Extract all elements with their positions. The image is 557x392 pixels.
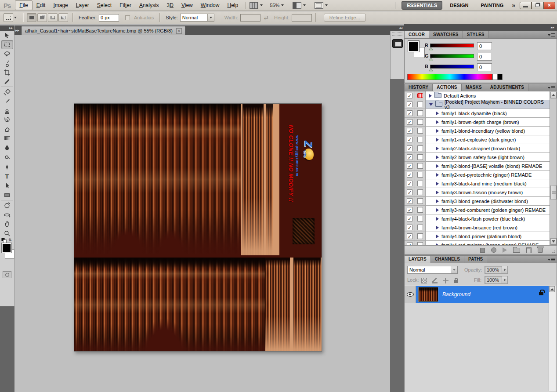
action-row[interactable]: ✓family2-black-shrapnel (brown black) <box>405 144 550 153</box>
action-row[interactable]: ✓family1-brown-depth charge (brown) <box>405 118 550 127</box>
rectangle-shape-tool[interactable] <box>1 190 13 200</box>
toggle-item-cell[interactable]: ✓ <box>405 118 415 126</box>
channel-b-value[interactable]: 0 <box>477 63 492 71</box>
toggle-item-cell[interactable]: ✓ <box>405 144 415 152</box>
dialog-toggle-cell[interactable] <box>415 206 426 214</box>
toggle-item-cell[interactable]: ✓ <box>405 197 415 205</box>
close-document-icon[interactable]: × <box>176 28 182 34</box>
toggle-item-cell[interactable]: ✓ <box>405 179 415 188</box>
dialog-toggle-cell[interactable] <box>415 188 426 196</box>
expand-icon[interactable] <box>436 217 439 221</box>
action-row[interactable]: ✓family4-brown-brisance (red brown) <box>405 223 550 232</box>
toggle-item-cell[interactable]: ✓ <box>405 127 415 135</box>
hand-tool[interactable] <box>1 219 13 229</box>
clone-stamp-tool[interactable] <box>1 106 13 115</box>
feather-input[interactable] <box>99 14 119 22</box>
expand-icon[interactable] <box>436 164 439 168</box>
action-row[interactable]: ✓family2-blond-[BASE] volatile (blond) R… <box>405 162 550 171</box>
new-action-icon[interactable] <box>526 247 532 253</box>
menu-edit[interactable]: Edit <box>33 1 50 10</box>
dialog-toggle-cell[interactable] <box>415 197 426 205</box>
menu-3d[interactable]: 3D <box>163 1 177 10</box>
expand-icon[interactable] <box>436 112 439 115</box>
panels-collapse-arrows-icon[interactable]: ▸▸ <box>404 24 557 31</box>
channel-g-slider[interactable] <box>430 54 474 58</box>
opacity-value[interactable]: 100% <box>485 266 502 274</box>
new-set-icon[interactable] <box>513 248 520 253</box>
subtract-selection-button[interactable] <box>48 13 58 22</box>
toggle-item-cell[interactable]: ✓ <box>405 206 415 214</box>
history-brush-tool[interactable] <box>1 115 13 124</box>
arrange-documents-icon[interactable] <box>293 2 301 9</box>
dialog-toggle-cell[interactable] <box>415 232 426 240</box>
menu-filter[interactable]: Filter <box>116 1 135 10</box>
dock-grip[interactable] <box>392 32 402 36</box>
toggle-item-cell[interactable]: ✓ <box>405 91 415 100</box>
actions-tab-masks[interactable]: MASKS <box>462 84 486 91</box>
rectangular-marquee-tool[interactable] <box>1 40 13 49</box>
resize-grip[interactable] <box>551 249 556 254</box>
blend-mode-dropdown[interactable]: Normal <box>407 266 451 274</box>
actions-tab-adjustments[interactable]: ADJUSTMENTS <box>486 84 528 91</box>
white-swatch[interactable] <box>492 74 497 80</box>
eraser-tool[interactable] <box>1 124 13 134</box>
chevron-down-icon[interactable] <box>325 4 328 6</box>
menu-file[interactable]: File <box>15 0 32 10</box>
antialias-checkbox[interactable] <box>125 15 130 20</box>
toggle-item-cell[interactable]: ✓ <box>405 188 415 196</box>
action-row[interactable]: ✓family3-blond-grenade (dishwater blond) <box>405 197 550 206</box>
fill-value[interactable]: 100% <box>485 276 502 284</box>
toggle-item-cell[interactable]: ✓ <box>405 223 415 232</box>
action-row[interactable]: ✓family3-red-comburent (golden ginger) R… <box>405 206 550 214</box>
dialog-toggle-cell[interactable] <box>415 223 426 232</box>
toggle-item-cell[interactable]: ✓ <box>405 214 415 223</box>
channel-b-slider[interactable] <box>430 65 474 69</box>
blur-tool[interactable] <box>1 143 13 152</box>
action-row[interactable]: ✓family4-black-flash powder (blue black) <box>405 214 550 223</box>
color-tab-styles[interactable]: STYLES <box>463 31 489 38</box>
swap-colors-icon[interactable]: ⇅ <box>8 238 12 242</box>
expand-icon[interactable] <box>436 235 439 238</box>
document-tab[interactable]: afhair_Casual1~hair~stdMatBaseTextureNam… <box>21 26 186 35</box>
expand-icon[interactable] <box>436 208 439 212</box>
delete-icon[interactable] <box>538 247 543 253</box>
brush-tool[interactable] <box>1 97 13 106</box>
tool-preset-picker[interactable] <box>4 13 13 22</box>
action-row[interactable]: ✓family2-brown-safety fuse (light brown) <box>405 153 550 162</box>
workspace-painting[interactable]: PAINTING <box>476 1 508 9</box>
scroll-up-icon[interactable] <box>550 92 557 98</box>
toggle-item-cell[interactable]: ✓ <box>405 100 415 109</box>
actions-scrollbar[interactable] <box>550 91 557 245</box>
lock-position-icon[interactable] <box>443 278 448 283</box>
3d-orbit-tool[interactable] <box>1 210 13 219</box>
record-icon[interactable] <box>491 247 496 253</box>
path-selection-tool[interactable] <box>1 181 13 190</box>
expand-icon[interactable] <box>429 94 432 98</box>
minimize-button[interactable] <box>520 2 532 9</box>
gradient-tool[interactable] <box>1 134 13 143</box>
chevron-down-icon[interactable] <box>281 4 284 6</box>
intersect-selection-button[interactable] <box>58 13 68 22</box>
style-dropdown[interactable]: Normal <box>180 14 214 22</box>
stop-icon[interactable] <box>480 248 485 253</box>
dialog-toggle-cell[interactable] <box>415 127 426 135</box>
expand-icon[interactable] <box>436 120 439 124</box>
menu-image[interactable]: Image <box>49 1 72 10</box>
new-selection-button[interactable] <box>27 13 36 22</box>
layers-tab-paths[interactable]: PATHS <box>464 256 487 263</box>
panel-menu-icon[interactable] <box>548 86 555 90</box>
workspace-essentials[interactable]: ESSENTIALS <box>401 1 442 10</box>
scroll-down-icon[interactable] <box>550 238 557 245</box>
zoom-level[interactable]: 55% <box>270 3 279 8</box>
dock-collapse-arrows-icon[interactable]: ◂◂ <box>390 25 404 31</box>
zoom-tool[interactable] <box>1 229 13 238</box>
action-row[interactable]: ✓family1-red-explosive (dark ginger) <box>405 135 550 144</box>
tools-collapse-arrows-icon[interactable]: ▸▸ <box>0 25 14 31</box>
dialog-toggle-cell[interactable] <box>415 241 426 245</box>
action-row[interactable]: ✓family1-black-dynamite (black) <box>405 109 550 118</box>
toggle-item-cell[interactable]: ✓ <box>405 232 415 240</box>
dialog-toggle-cell[interactable] <box>415 171 426 179</box>
dialog-toggle-cell[interactable] <box>415 109 426 117</box>
lasso-tool[interactable] <box>1 49 13 58</box>
channel-g-value[interactable]: 0 <box>477 53 492 61</box>
